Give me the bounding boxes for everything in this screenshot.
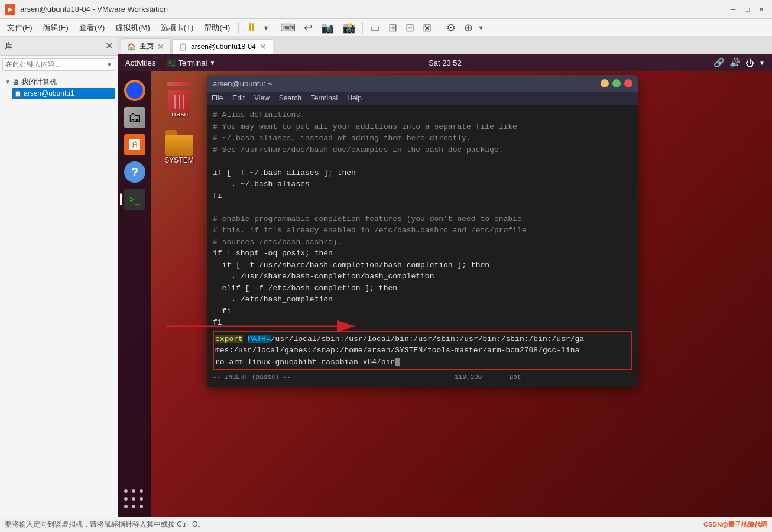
dock-files[interactable] xyxy=(122,105,147,130)
app-grid-icon[interactable] xyxy=(124,488,145,510)
vmware-logo: ▶ xyxy=(5,4,15,15)
terminal-line-15: elif [ -f /etc/bash_completion ]; then xyxy=(213,283,632,294)
search-dropdown-arrow[interactable]: ▼ xyxy=(104,61,115,68)
terminal-indicator[interactable]: >_ Terminal ▼ xyxy=(167,59,215,67)
terminal-menu-edit[interactable]: Edit xyxy=(232,94,245,102)
settings2-button[interactable]: ⊕ xyxy=(460,20,476,36)
terminal-line-3: # See /usr/share/doc/bash-doc/examples i… xyxy=(213,144,632,156)
tab-vm[interactable]: 📋 arsen@ubuntu18-04 ✕ xyxy=(172,39,273,54)
snapshot2-button[interactable]: 📸 xyxy=(339,20,359,36)
close-button[interactable]: ✕ xyxy=(755,4,767,15)
menu-vm[interactable]: 虚拟机(M) xyxy=(111,20,155,35)
computer-icon: 🖥 xyxy=(12,78,19,86)
terminal-controls[interactable] xyxy=(601,79,632,87)
menu-help[interactable]: 帮助(H) xyxy=(199,20,235,35)
terminal-titlebar: arsen@ubuntu: ~ xyxy=(207,75,638,92)
system-menu-arrow[interactable]: ▼ xyxy=(759,60,765,66)
toolbar-separator-4 xyxy=(439,22,439,34)
grid-dot xyxy=(124,489,128,493)
tree-item-mycomputer[interactable]: ▼ 🖥 我的计算机 xyxy=(2,76,115,88)
power-icon[interactable]: ⏻ xyxy=(745,58,754,68)
menu-tabs[interactable]: 选项卡(T) xyxy=(156,20,199,35)
tab-home-close[interactable]: ✕ xyxy=(157,42,164,51)
pause-dropdown[interactable]: ▼ xyxy=(262,24,269,31)
display-button[interactable]: ⊟ xyxy=(402,20,418,36)
terminal-line-5: if [ -f ~/.bash_aliases ]; then xyxy=(213,167,632,179)
pause-button[interactable]: ⏸ xyxy=(242,19,261,36)
network-icon[interactable]: 🔗 xyxy=(713,57,725,68)
volume-icon[interactable]: 🔊 xyxy=(729,57,741,68)
system-label: SYSTEM xyxy=(164,156,193,164)
terminal-maximize-button[interactable] xyxy=(612,79,621,87)
terminal-menu-view[interactable]: View xyxy=(254,94,270,102)
trash-line xyxy=(174,95,176,109)
terminal-taskbar-icon: >_ xyxy=(167,59,176,67)
vmware-titlebar: ▶ arsen@ubuntu18-04 - VMware Workstation… xyxy=(0,0,772,19)
settings-button[interactable]: ⚙ xyxy=(443,20,459,36)
ubuntu-desktop[interactable]: Activities >_ Terminal ▼ Sat 23:52 🔗 🔊 ⏻… xyxy=(118,54,772,517)
menu-file[interactable]: 文件(F) xyxy=(2,20,37,35)
display2-button[interactable]: ⊠ xyxy=(419,20,435,36)
terminal-menu-terminal[interactable]: Terminal xyxy=(311,94,338,102)
tree-label-vm: arsen@ubuntu1 xyxy=(24,89,74,98)
trash-line xyxy=(179,95,180,109)
terminal-line-8 xyxy=(213,202,632,213)
activities-button[interactable]: Activities xyxy=(125,59,155,67)
toolbar-separator-2 xyxy=(273,22,273,34)
tree-expand-icon: ▼ xyxy=(5,79,11,85)
sidebar-search[interactable]: ▼ xyxy=(2,58,115,71)
settings-dropdown[interactable]: ▼ xyxy=(478,24,484,31)
trash-line xyxy=(183,95,184,109)
sidebar-header: 库 ✕ xyxy=(0,37,118,56)
dock-software[interactable]: 🅰 xyxy=(122,132,147,157)
sidebar-close-button[interactable]: ✕ xyxy=(105,40,113,51)
system-tray: 🔗 🔊 ⏻ ▼ xyxy=(713,57,765,68)
revert-button[interactable]: ↩ xyxy=(300,20,316,36)
terminal-title: arsen@ubuntu: ~ xyxy=(213,79,272,88)
menu-view[interactable]: 查看(V) xyxy=(74,20,109,35)
dock-terminal[interactable]: >_ xyxy=(122,187,147,212)
dock-firefox[interactable] xyxy=(122,78,147,103)
terminal-dock-icon: >_ xyxy=(124,189,145,210)
terminal-menu-file[interactable]: File xyxy=(212,94,223,102)
tab-home[interactable]: 🏠 主页 ✕ xyxy=(121,38,171,54)
system-clock: Sat 23:52 xyxy=(429,59,462,67)
terminal-line-14: . /usr/share/bash-completion/bash_comple… xyxy=(213,271,632,283)
terminal-line-13: if [ -f /usr/share/bash-completion/bash_… xyxy=(213,259,632,271)
send-ctrlaltdel-button[interactable]: ⌨ xyxy=(277,20,299,36)
terminal-menu: File Edit View Search Terminal Help xyxy=(207,92,638,105)
snapshot-button[interactable]: 📷 xyxy=(317,20,338,36)
firefox-icon xyxy=(124,80,145,101)
minimize-button[interactable]: ─ xyxy=(727,4,739,15)
folder-icon xyxy=(165,130,193,156)
terminal-menu-help[interactable]: Help xyxy=(347,94,362,102)
tree-item-vm[interactable]: 📋 arsen@ubuntu1 xyxy=(12,88,115,99)
terminal-menu-search[interactable]: Search xyxy=(279,94,301,102)
unity-button[interactable]: ⊞ xyxy=(385,20,401,36)
bottom-status: 要将输入定向到该虚拟机，请将鼠标指针移入其中或按 Ctrl+G。 CSDN@量子… xyxy=(0,517,772,532)
vmware-menubar: 文件(F) 编辑(E) 查看(V) 虚拟机(M) 选项卡(T) 帮助(H) ⏸ … xyxy=(0,19,772,37)
grid-dot xyxy=(140,489,143,493)
terminal-taskbar-label: Terminal xyxy=(178,59,207,67)
home-icon: 🏠 xyxy=(127,43,136,51)
menu-edit[interactable]: 编辑(E) xyxy=(38,20,73,35)
terminal-line-4 xyxy=(213,155,632,167)
window-controls[interactable]: ─ □ ✕ xyxy=(727,4,767,15)
dock-help[interactable]: ? xyxy=(122,160,147,184)
terminal-line-6: . ~/.bash_aliases xyxy=(213,179,632,190)
trash-lid xyxy=(167,82,192,86)
tab-vm-close[interactable]: ✕ xyxy=(260,42,267,51)
fullscreen-button[interactable]: ▭ xyxy=(366,20,384,36)
annotation-arrow-svg xyxy=(154,303,378,350)
desktop-icon-trash[interactable]: Trash xyxy=(158,78,200,118)
search-input[interactable] xyxy=(3,59,104,70)
dock-grid-container[interactable] xyxy=(124,488,145,510)
restore-button[interactable]: □ xyxy=(741,4,753,15)
ubuntu-dock: 🅰 ? >_ xyxy=(118,71,151,517)
folder-body xyxy=(165,135,193,156)
desktop-icons: Trash SYSTEM xyxy=(158,78,200,164)
terminal-minimize-button[interactable] xyxy=(601,79,609,87)
grid-dot xyxy=(132,489,135,493)
desktop-icon-system[interactable]: SYSTEM xyxy=(158,130,200,164)
terminal-close-button[interactable] xyxy=(624,79,632,87)
